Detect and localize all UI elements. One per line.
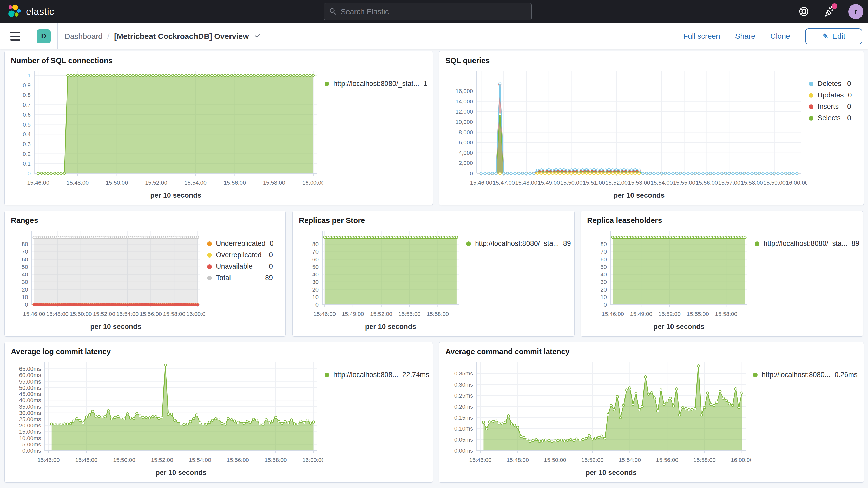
svg-text:14,000: 14,000 <box>456 98 473 105</box>
svg-text:45.00ms: 45.00ms <box>19 391 41 397</box>
full-screen-button[interactable]: Full screen <box>683 32 720 40</box>
legend-item[interactable]: http://localhost:8080/_stat...1 <box>324 80 420 88</box>
svg-text:15:54:00: 15:54:00 <box>650 180 673 186</box>
legend-item[interactable]: Inserts0 <box>809 103 851 111</box>
legend-swatch-icon <box>809 82 813 86</box>
check-icon[interactable] <box>254 31 261 41</box>
svg-text:0.25ms: 0.25ms <box>454 392 473 399</box>
svg-text:0.00ms: 0.00ms <box>454 448 473 454</box>
chart-canvas[interactable]: 0.00ms5.00ms10.00ms15.00ms20.00ms25.00ms… <box>11 359 322 481</box>
svg-text:15:59:00: 15:59:00 <box>763 180 786 186</box>
menu-button[interactable] <box>8 29 23 43</box>
chart-canvas[interactable]: 02,0004,0006,0008,00010,00012,00014,0001… <box>445 68 807 204</box>
panel-avg-log-commit-latency: Average log commit latency 0.00ms5.00ms1… <box>4 342 433 483</box>
panel-title[interactable]: Replica leaseholders <box>587 216 857 227</box>
legend-swatch-icon <box>809 93 813 98</box>
svg-text:15:50:00: 15:50:00 <box>70 311 92 317</box>
legend-value: 0 <box>847 80 851 88</box>
legend-item[interactable]: Total89 <box>207 274 273 282</box>
legend-value: 0 <box>269 251 273 259</box>
svg-text:60.00ms: 60.00ms <box>19 372 41 378</box>
legend-swatch-icon <box>207 276 212 280</box>
svg-text:15:52:00: 15:52:00 <box>151 457 173 463</box>
svg-text:15:48:00: 15:48:00 <box>75 457 97 463</box>
svg-text:15:51:00: 15:51:00 <box>583 180 605 186</box>
chart-svg: 0102030405060708015:46:0015:48:0015:50:0… <box>11 227 205 335</box>
breadcrumb-dashboard-link[interactable]: Dashboard <box>64 32 103 41</box>
space-badge[interactable]: D <box>37 29 51 43</box>
svg-text:16:00:00: 16:00:00 <box>731 457 751 463</box>
legend-label: http://localhost:808... <box>334 371 398 379</box>
legend-item[interactable]: Deletes0 <box>809 80 851 88</box>
edit-button[interactable]: ✎ Edit <box>805 28 862 44</box>
svg-text:55.00ms: 55.00ms <box>19 378 41 385</box>
chart-canvas[interactable]: 00.10.20.30.40.50.60.70.80.9115:46:0015:… <box>11 68 322 204</box>
svg-text:15:56:00: 15:56:00 <box>227 457 249 463</box>
legend-label: Inserts <box>817 103 839 111</box>
svg-text:15:52:00: 15:52:00 <box>658 311 681 317</box>
svg-text:15:54:00: 15:54:00 <box>184 180 207 186</box>
svg-text:10: 10 <box>312 294 319 300</box>
legend-item[interactable]: Underreplicated0 <box>207 240 273 248</box>
chart-canvas[interactable]: 0102030405060708015:46:0015:49:0015:52:0… <box>587 227 753 335</box>
svg-text:0.5: 0.5 <box>23 121 31 128</box>
legend-item[interactable]: http://localhost:8080/_sta...89 <box>755 240 850 248</box>
help-button[interactable] <box>798 6 809 18</box>
panel-title[interactable]: Average log commit latency <box>11 347 427 359</box>
svg-text:15:56:00: 15:56:00 <box>224 180 246 186</box>
clone-button[interactable]: Clone <box>770 32 790 40</box>
chart-canvas[interactable]: 0102030405060708015:46:0015:49:0015:52:0… <box>299 227 464 335</box>
svg-text:1: 1 <box>28 72 31 79</box>
svg-text:50.00ms: 50.00ms <box>19 385 41 391</box>
svg-text:15:54:00: 15:54:00 <box>117 311 139 317</box>
panel-title[interactable]: Average command commit latency <box>445 347 857 359</box>
svg-text:15:52:00: 15:52:00 <box>581 457 604 463</box>
search-input[interactable] <box>341 7 527 16</box>
svg-text:70: 70 <box>600 248 607 255</box>
svg-text:15:46:00: 15:46:00 <box>27 180 50 186</box>
breadcrumb-separator: / <box>107 32 110 41</box>
avatar[interactable]: r <box>848 4 863 19</box>
global-search[interactable] <box>324 3 532 20</box>
panel-title[interactable]: Replicas per Store <box>299 216 568 227</box>
svg-text:15:46:00: 15:46:00 <box>601 311 624 317</box>
panel-title[interactable]: SQL queries <box>445 56 857 68</box>
legend-item[interactable]: Overreplicated0 <box>207 251 273 259</box>
legend-item[interactable]: Selects0 <box>809 114 851 122</box>
svg-text:15:52:00: 15:52:00 <box>370 311 393 317</box>
svg-text:2,000: 2,000 <box>459 160 473 166</box>
svg-text:per 10 seconds: per 10 seconds <box>365 323 416 331</box>
whats-new-button[interactable] <box>823 5 835 18</box>
search-icon <box>329 7 337 17</box>
share-button[interactable]: Share <box>735 32 755 40</box>
panel-title[interactable]: Number of SQL connections <box>11 56 427 68</box>
svg-text:15:46:00: 15:46:00 <box>23 311 45 317</box>
chart-svg: 0.00ms0.05ms0.10ms0.15ms0.20ms0.25ms0.30… <box>445 359 751 481</box>
chart-legend: http://localhost:8080/_sta...89 <box>464 227 568 335</box>
chart-canvas[interactable]: 0.00ms0.05ms0.10ms0.15ms0.20ms0.25ms0.30… <box>445 359 751 481</box>
chart-canvas[interactable]: 0102030405060708015:46:0015:48:0015:50:0… <box>11 227 205 335</box>
legend-swatch-icon <box>753 373 757 377</box>
legend-swatch-icon <box>809 104 813 109</box>
legend-item[interactable]: http://localhost:8080/_sta...89 <box>466 240 562 248</box>
panel-sql-connections: Number of SQL connections 00.10.20.30.40… <box>4 51 433 205</box>
svg-text:0.3: 0.3 <box>23 141 31 147</box>
svg-text:20: 20 <box>600 286 607 293</box>
legend-value: 1 <box>423 80 427 88</box>
svg-text:15:55:00: 15:55:00 <box>398 311 421 317</box>
legend-item[interactable]: http://localhost:808...22.74ms <box>324 371 420 379</box>
chart-legend: http://localhost:808...22.74ms <box>322 359 427 481</box>
legend-label: Unavailable <box>216 263 253 271</box>
legend-label: Overreplicated <box>216 251 262 259</box>
svg-text:80: 80 <box>312 241 319 247</box>
legend-item[interactable]: Updates0 <box>809 91 851 99</box>
legend-item[interactable]: http://localhost:8080...0.26ms <box>753 371 851 379</box>
svg-text:0.15ms: 0.15ms <box>454 415 473 421</box>
svg-text:16:00:00: 16:00:00 <box>302 180 322 186</box>
svg-text:16:00:00: 16:00:00 <box>303 457 322 463</box>
legend-item[interactable]: Unavailable0 <box>207 263 273 271</box>
panel-title[interactable]: Ranges <box>11 216 279 227</box>
legend-swatch-icon <box>207 241 212 246</box>
svg-text:15:58:00: 15:58:00 <box>693 457 716 463</box>
svg-text:per 10 seconds: per 10 seconds <box>150 191 202 199</box>
